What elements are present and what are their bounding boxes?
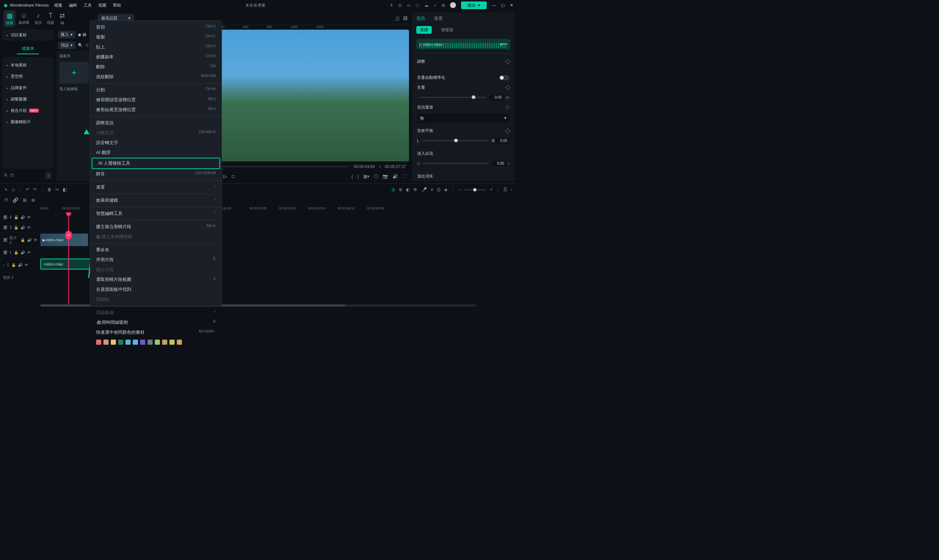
effect-icon[interactable]: ⊛ bbox=[399, 187, 402, 192]
keyframe-icon[interactable] bbox=[505, 58, 510, 64]
auto-icon[interactable]: ⊕ bbox=[31, 197, 35, 203]
ai-tool-icon[interactable]: ◎ bbox=[391, 187, 395, 192]
send-icon[interactable]: ✈ bbox=[390, 3, 393, 8]
volume-slider[interactable] bbox=[420, 97, 486, 98]
close-button[interactable]: ✕ bbox=[510, 3, 513, 8]
fadein-point[interactable] bbox=[417, 162, 420, 165]
color-swatch[interactable] bbox=[125, 340, 131, 345]
folder-icon[interactable]: 🗀 bbox=[10, 172, 14, 179]
ctx-item[interactable]: 調整音訊 bbox=[90, 118, 222, 128]
avatar-icon[interactable] bbox=[450, 2, 456, 8]
ctx-item[interactable]: 剪切Ctrl+X bbox=[90, 22, 222, 32]
color-swatch[interactable] bbox=[111, 340, 116, 345]
mark-out-icon[interactable]: } bbox=[357, 174, 359, 179]
sidebar-item-local[interactable]: ▸本地素材 bbox=[2, 59, 54, 71]
volume-value[interactable]: 0.00 bbox=[489, 95, 504, 100]
color-swatch[interactable] bbox=[96, 340, 101, 345]
ctx-item[interactable]: 複製Ctrl+C bbox=[90, 32, 222, 42]
search-icon[interactable]: 🔍 bbox=[78, 43, 83, 48]
group-icon[interactable]: ⊡ bbox=[437, 187, 440, 192]
list-icon[interactable]: ☰ bbox=[503, 187, 507, 192]
magnet-icon[interactable]: ⊓ bbox=[5, 197, 8, 203]
volume-keyframe[interactable] bbox=[505, 85, 510, 90]
zoom-in-icon[interactable]: + bbox=[490, 187, 493, 192]
display-icon[interactable]: 🖵 bbox=[374, 174, 378, 179]
add-media-tile[interactable]: + bbox=[59, 62, 89, 84]
visibility-icon[interactable]: 👁 bbox=[34, 238, 37, 242]
ratio-icon[interactable]: ▦▾ bbox=[363, 174, 369, 179]
device-icon[interactable]: ⊡ bbox=[398, 3, 402, 8]
mute-icon[interactable]: 🔊 bbox=[27, 238, 32, 242]
ctx-item[interactable]: 智慧編輯工具› bbox=[90, 209, 222, 218]
balance-value[interactable]: 0.00 bbox=[495, 138, 510, 143]
mask-icon[interactable]: ◐ bbox=[406, 187, 410, 192]
ctx-item[interactable]: 分割Ctrl+B bbox=[90, 85, 222, 95]
auto-normalize-toggle[interactable] bbox=[499, 75, 510, 80]
folder-out-icon[interactable]: ⎘ bbox=[5, 172, 7, 179]
track-v4[interactable]: 🎬4🔓🔊👁 bbox=[0, 212, 517, 223]
mixer-icon[interactable]: ≡ bbox=[431, 187, 433, 192]
ctx-item[interactable]: 在資源面板中找到 bbox=[90, 285, 222, 294]
ctx-item[interactable]: 速度› bbox=[90, 182, 222, 192]
compare-icon[interactable]: ◫ bbox=[396, 16, 399, 21]
ctx-item[interactable]: AI 人聲移除工具 bbox=[92, 158, 220, 169]
headphone-icon[interactable]: ♫ bbox=[434, 3, 437, 7]
menu-help[interactable]: 幫助 bbox=[113, 3, 121, 8]
playhead[interactable] bbox=[68, 212, 69, 305]
video-clip[interactable]: ▶video-miao bbox=[40, 234, 88, 246]
cloud-icon[interactable]: ☁ bbox=[424, 3, 428, 8]
track-v2[interactable]: 🎬影片 2🔓🔊👁▶video-miao bbox=[0, 233, 517, 248]
image-icon[interactable]: 🖼 bbox=[403, 16, 408, 21]
balance-keyframe[interactable] bbox=[505, 128, 510, 133]
ctx-item[interactable]: 波紋刪除Shift+Del bbox=[90, 72, 222, 82]
visibility-icon[interactable]: 👁 bbox=[27, 251, 31, 254]
ctx-item[interactable]: 修剪結尾至游標位置Alt+] bbox=[90, 105, 222, 115]
tab-titles[interactable]: T標題 bbox=[45, 10, 57, 27]
zoom-out-icon[interactable]: − bbox=[458, 187, 461, 192]
ctx-item[interactable]: 修剪開頭至游標位置Alt+[ bbox=[90, 95, 222, 105]
tab-transitions[interactable]: ⇄轉 bbox=[57, 10, 67, 27]
color-swatch[interactable] bbox=[140, 340, 145, 345]
sidebar-item-cloud[interactable]: ▸雲空間 bbox=[2, 71, 54, 82]
tab-media[interactable]: ▦媒體 bbox=[4, 10, 15, 27]
search-input[interactable]: 搜 bbox=[85, 43, 89, 48]
ctx-item[interactable]: ✓ 啟用時間線吸附N bbox=[90, 318, 222, 328]
color-swatch[interactable] bbox=[133, 340, 138, 345]
pointer-tool-icon[interactable]: ↖ bbox=[5, 187, 8, 192]
track-v3[interactable]: 🎬3🔓🔊👁 bbox=[0, 223, 517, 233]
zoom-slider[interactable] bbox=[464, 189, 486, 190]
import-dropdown[interactable]: 匯入▾ bbox=[58, 31, 75, 38]
color-swatch[interactable] bbox=[162, 340, 167, 345]
play-button[interactable]: ▷ bbox=[223, 174, 227, 179]
volume-icon[interactable]: 🔊 bbox=[393, 174, 398, 179]
redo-icon[interactable]: ↷ bbox=[33, 187, 37, 192]
rp-subtab-voicechanger[interactable]: 變聲器 bbox=[437, 26, 457, 34]
rp-subtab-basic[interactable]: 基礎 bbox=[416, 26, 432, 34]
visibility-icon[interactable]: 👁 bbox=[27, 226, 31, 229]
mute-icon[interactable]: 🔊 bbox=[20, 226, 25, 229]
link-icon[interactable]: 🔗 bbox=[12, 197, 18, 203]
ctx-item[interactable]: 創建副本Ctrl+D bbox=[90, 52, 222, 62]
mute-icon[interactable]: 🔊 bbox=[20, 251, 25, 254]
fadein-slider[interactable] bbox=[423, 163, 489, 164]
preset-dropdown[interactable]: 預設▾ bbox=[58, 42, 75, 49]
ctx-item[interactable]: 貼上Ctrl+V bbox=[90, 42, 222, 52]
lasso-tool-icon[interactable]: ◇ bbox=[12, 187, 15, 192]
minimize-button[interactable]: — bbox=[492, 3, 496, 8]
ctx-item[interactable]: 語音轉文字 bbox=[90, 138, 222, 148]
fullscreen-icon[interactable]: ⛶ bbox=[402, 174, 407, 179]
tab-audio[interactable]: ♪音訊 bbox=[32, 10, 44, 27]
ctx-item[interactable]: AI 翻譯 bbox=[90, 148, 222, 158]
menu-view[interactable]: 視圖 bbox=[98, 3, 106, 8]
rp-tab-speed[interactable]: 速度 bbox=[434, 15, 443, 22]
ctx-item[interactable]: 刪除Del bbox=[90, 62, 222, 72]
ctx-item[interactable]: 效果與濾鏡› bbox=[90, 195, 222, 205]
shield-icon[interactable]: ⛨ bbox=[413, 187, 418, 192]
color-swatch[interactable] bbox=[155, 340, 160, 345]
tablet-icon[interactable]: ▢ bbox=[416, 3, 419, 8]
track-a1[interactable]: ♪1🔓🔊👁♪video-miao bbox=[0, 258, 517, 272]
menu-tools[interactable]: 工具 bbox=[84, 3, 92, 8]
color-swatch[interactable] bbox=[148, 340, 152, 345]
mic-icon[interactable]: 🎤 bbox=[422, 187, 427, 192]
color-swatch[interactable] bbox=[177, 340, 182, 345]
